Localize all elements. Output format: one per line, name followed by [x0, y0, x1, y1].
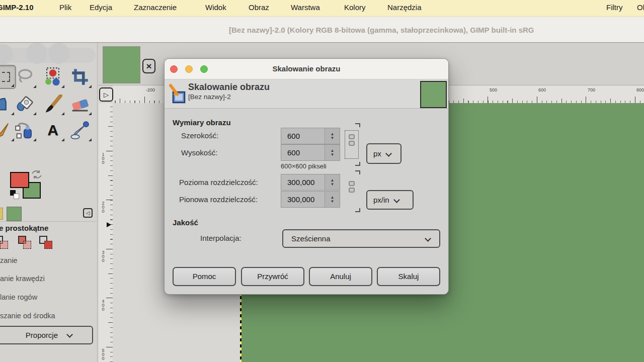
v-resolution-spinner[interactable]: ▲ ▼ [325, 192, 340, 207]
height-value[interactable]: 600 [281, 145, 325, 160]
v-resolution-label: Pionowa rozdzielczość: [179, 195, 258, 204]
chevron-down-icon [393, 197, 400, 203]
scale-image-dialog: Skalowanie obrazu Skalowanie obrazu [Bez… [164, 58, 449, 295]
menu-gimp[interactable]: GIMP-2.10 [0, 3, 34, 12]
menu-obraz[interactable]: Obraz [249, 3, 269, 12]
ink-tool-button[interactable] [12, 118, 37, 142]
width-spinner[interactable]: ▲ ▼ [325, 128, 340, 144]
h-resolution-value[interactable]: 300,000 [281, 174, 325, 190]
dialog-header-title: Skalowanie obrazu [188, 82, 270, 93]
free-select-tool-button[interactable] [12, 65, 37, 89]
close-image-button[interactable]: × [142, 59, 155, 73]
scale-button[interactable]: Skaluj [377, 267, 440, 286]
eraser-tool-button[interactable] [67, 92, 93, 116]
brush-preview[interactable] [0, 208, 3, 220]
menu-warstwa[interactable]: Warstwa [291, 3, 320, 12]
option-expand-from-center-label[interactable]: szanie od środka [0, 312, 55, 320]
v-resolution-value[interactable]: 300,000 [281, 192, 325, 207]
section-quality: Jakość [173, 218, 198, 227]
cancel-button[interactable]: Anuluj [309, 267, 372, 286]
height-spinner[interactable]: ▲ ▼ [325, 145, 340, 160]
scale-image-icon [169, 83, 187, 105]
selection-mode-add-button[interactable] [17, 236, 31, 249]
dialog-titlebar[interactable]: Skalowanie obrazu [165, 59, 448, 79]
width-spinbox[interactable]: 600 ▲ ▼ [281, 128, 340, 144]
gradient-preview[interactable] [7, 207, 22, 221]
height-spinbox[interactable]: 600 ▲ ▼ [281, 144, 340, 161]
menu-widok[interactable]: Widok [205, 3, 226, 12]
spin-down-icon[interactable]: ▼ [331, 200, 335, 204]
back-arrow-button[interactable]: ◁ [83, 208, 93, 218]
ink-tool-icon [15, 121, 34, 140]
dialog-header-subtitle: [Bez nazwy]-2 [188, 93, 231, 101]
chevron-down-icon [66, 331, 73, 338]
resolution-unit-dropdown[interactable]: px/in [366, 190, 414, 210]
paintbrush-tool-icon [43, 95, 62, 114]
transform-tool-icon [0, 95, 12, 113]
close-window-button[interactable] [170, 65, 178, 73]
menu-filtry[interactable]: Filtry [606, 3, 623, 12]
width-value[interactable]: 600 [281, 128, 325, 144]
section-image-size: Wymiary obrazu [173, 118, 231, 127]
menu-edycja[interactable]: Edycja [90, 3, 112, 12]
proportions-dropdown[interactable]: Proporcje [0, 326, 93, 344]
crop-tool-button[interactable] [67, 65, 93, 89]
ruler-label: 600 [538, 87, 546, 93]
minimize-window-button[interactable] [185, 65, 193, 73]
ruler-label: 500 [490, 87, 497, 93]
toolbox-dock: A ◁ e prostokątne zanie anie krawędzi la… [0, 43, 98, 362]
spin-down-icon[interactable]: ▼ [331, 136, 335, 140]
menu-plik[interactable]: Plik [59, 3, 71, 12]
reset-button[interactable]: Przywróć [241, 267, 304, 286]
chain-arm [355, 123, 360, 127]
spin-down-icon[interactable]: ▼ [331, 183, 335, 187]
text-tool-button[interactable]: A [40, 118, 65, 142]
swap-colors-icon[interactable] [30, 169, 43, 179]
pointer-position-marker [107, 222, 111, 227]
v-resolution-spinbox[interactable]: 300,000 ▲ ▼ [281, 191, 340, 208]
h-resolution-spinbox[interactable]: 300,000 ▲ ▼ [281, 174, 340, 191]
selection-mode-subtract-button[interactable] [38, 236, 52, 249]
select-by-color-tool-button[interactable] [40, 65, 65, 89]
selection-mode-replace-button[interactable] [0, 236, 8, 249]
vertical-ruler[interactable]: 100 200 300 400 500 [99, 103, 113, 362]
text-tool-icon: A [47, 122, 58, 139]
option-rounded-corners-label[interactable]: lanie rogów [0, 293, 37, 301]
gimp-window-titlebar: [Bez nazwy]-2.0 (Kolory RGB 8-bitowa (ga… [0, 17, 644, 43]
default-colors-icon[interactable] [14, 194, 19, 199]
pixel-summary: 600×600 pikseli [281, 162, 327, 170]
help-button[interactable]: Pomoc [173, 267, 236, 286]
h-resolution-label: Pozioma rozdzielczość: [179, 178, 258, 187]
size-unit-dropdown[interactable]: px [366, 143, 401, 164]
wilber-head-graphic [0, 48, 96, 63]
crop-tool-icon [71, 68, 89, 86]
interpolation-dropdown[interactable]: Sześcienna [282, 229, 440, 248]
menu-kolory[interactable]: Kolory [344, 3, 366, 12]
option-feather-edges-label[interactable]: anie krawędzi [0, 275, 45, 283]
ruler-label: 400 [100, 299, 106, 311]
bucket-fill-tool-button[interactable] [12, 92, 37, 116]
color-picker-tool-button[interactable] [67, 118, 93, 142]
height-label: Wysokość: [181, 148, 217, 157]
spin-down-icon[interactable]: ▼ [331, 153, 335, 157]
option-antialiasing-label[interactable]: zanie [0, 256, 18, 264]
ruler-menu-button[interactable]: ▷ [99, 87, 113, 102]
chain-arm [355, 208, 360, 212]
dialog-header: Skalowanie obrazu [Bez nazwy]-2 [165, 79, 448, 109]
h-resolution-spinner[interactable]: ▲ ▼ [325, 174, 340, 190]
zoom-window-button[interactable] [200, 65, 208, 73]
menu-narzedzia[interactable]: Narzędzia [387, 3, 422, 12]
chain-arm [355, 162, 360, 166]
menu-zaznaczenie[interactable]: Zaznaczenie [134, 3, 177, 12]
image-tab-thumbnail[interactable] [103, 46, 140, 83]
size-chain-icon[interactable] [349, 134, 355, 146]
select-by-color-tool-icon [43, 67, 62, 86]
close-icon: × [146, 61, 151, 72]
free-select-tool-icon [16, 68, 34, 86]
resolution-chain-icon[interactable] [349, 181, 355, 193]
airbrush-tool-icon [0, 121, 12, 139]
menu-okna[interactable]: Okna [637, 3, 644, 12]
paintbrush-tool-button[interactable] [40, 92, 65, 116]
foreground-color-swatch[interactable] [10, 172, 29, 188]
back-arrow-icon: ◁ [86, 210, 90, 216]
